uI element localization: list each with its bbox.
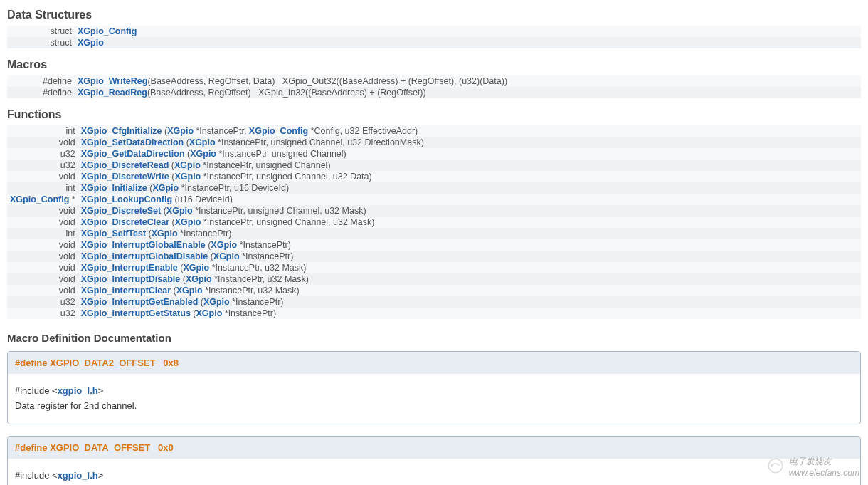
fn-args-tail: *InstancePtr) [222,308,276,318]
fn-return: void [7,273,78,285]
type-link[interactable]: XGpio [211,240,237,250]
fn-signature: XGpio_SetDataDirection (XGpio *InstanceP… [78,137,861,148]
type-link[interactable]: XGpio [174,172,201,182]
table-row: voidXGpio_DiscreteWrite (XGpio *Instance… [7,171,861,182]
macros-table: #define XGpio_WriteReg(BaseAddress, RegO… [7,75,861,98]
table-row: XGpio_Config *XGpio_LookupConfig (u16 De… [7,194,861,205]
include-link[interactable]: xgpio_l.h [58,470,98,481]
struct-link[interactable]: XGpio_Config [78,26,137,36]
table-row: u32XGpio_DiscreteRead (XGpio *InstancePt… [7,160,861,171]
fn-args-open: ( [169,160,174,170]
type-link[interactable]: XGpio [174,160,201,170]
table-row: voidXGpio_InterruptGlobalEnable (XGpio *… [7,239,861,251]
function-link[interactable]: XGpio_DiscreteSet [81,206,162,216]
type-link[interactable]: XGpio [196,308,223,318]
macro-link[interactable]: XGpio_ReadReg [78,88,147,98]
type-link[interactable]: XGpio [176,286,203,296]
data-structures-table: struct XGpio_Config struct XGpio [7,26,861,48]
type-link[interactable]: XGpio_Config [249,126,308,136]
fn-args-open: ( [171,286,176,296]
function-link[interactable]: XGpio_InterruptGlobalEnable [81,240,206,250]
fn-args: (u16 DeviceId) [172,194,233,204]
fn-return: void [7,171,78,182]
fn-signature: XGpio_DiscreteWrite (XGpio *InstancePtr,… [78,171,861,182]
type-link[interactable]: XGpio [175,217,201,227]
type-link[interactable]: XGpio [203,297,230,307]
fn-return: void [7,285,78,296]
fn-return: u32 [7,160,78,171]
function-link[interactable]: XGpio_InterruptGetStatus [81,308,191,318]
watermark-url: www.elecfans.com [789,468,859,478]
ds-kind: struct [7,26,75,37]
ds-cell: XGpio_Config [75,26,861,37]
table-row: voidXGpio_DiscreteSet (XGpio *InstancePt… [7,205,861,217]
fn-return: u32 [7,148,78,160]
include-suffix: > [98,470,104,481]
type-link[interactable]: XGpio [166,206,193,216]
function-link[interactable]: XGpio_SelfTest [81,229,146,239]
table-row: u32XGpio_InterruptGetStatus (XGpio *Inst… [7,308,861,319]
table-row: #define XGpio_WriteReg(BaseAddress, RegO… [7,75,861,87]
macro-link[interactable]: XGpio_WriteReg [78,76,147,86]
type-link[interactable]: XGpio_Config [10,194,69,204]
function-link[interactable]: XGpio_GetDataDirection [81,149,185,159]
function-link[interactable]: XGpio_InterruptClear [81,286,171,296]
type-link[interactable]: XGpio [213,251,240,261]
macro-value: XGpio_Out32((BaseAddress) + (RegOffset),… [282,76,507,86]
table-row: voidXGpio_InterruptEnable (XGpio *Instan… [7,262,861,273]
fn-args-tail: *InstancePtr, unsigned Channel) [201,160,331,170]
fn-return: void [7,205,78,217]
function-link[interactable]: XGpio_CfgInitialize [81,126,162,136]
fn-args-mid: *InstancePtr, [194,126,249,136]
table-row: struct XGpio_Config [7,26,861,37]
section-heading-macro-doc: Macro Definition Documentation [7,332,861,344]
include-link[interactable]: xgpio_l.h [58,385,98,396]
function-link[interactable]: XGpio_InterruptDisable [81,274,181,284]
table-row: #define XGpio_ReadReg(BaseAddress, RegOf… [7,87,861,98]
function-link[interactable]: XGpio_DiscreteClear [81,217,169,227]
type-link[interactable]: XGpio [183,263,209,273]
functions-table: intXGpio_CfgInitialize (XGpio *InstanceP… [7,125,861,319]
function-link[interactable]: XGpio_DiscreteWrite [81,172,169,182]
ds-cell: XGpio [75,37,861,48]
fn-args-tail: *InstancePtr, u32 Mask) [203,286,300,296]
macro-doc-name: XGPIO_DATA2_OFFSET [50,358,155,368]
macro-kind: #define [7,87,75,98]
macro-doc-body: #include <xgpio_l.h> Data register for 2… [8,374,860,424]
include-suffix: > [98,385,104,396]
fn-args-open: ( [169,217,175,227]
fn-args-tail: *InstancePtr) [230,297,284,307]
table-row: struct XGpio [7,37,861,48]
watermark-brand: 电子发烧友 [789,457,832,466]
function-link[interactable]: XGpio_DiscreteRead [81,160,169,170]
svg-point-1 [771,465,773,467]
type-link[interactable]: XGpio [189,137,216,147]
function-link[interactable]: XGpio_Initialize [81,183,147,193]
fn-args-open: ( [161,206,166,216]
fn-args-tail: *InstancePtr, u16 DeviceId) [179,183,289,193]
function-link[interactable]: XGpio_InterruptEnable [81,263,178,273]
fn-args-tail: *InstancePtr, unsigned Channel, u32 Dire… [216,137,424,147]
type-link[interactable]: XGpio [186,274,212,284]
function-link[interactable]: XGpio_InterruptGlobalDisable [81,251,208,261]
macro-doc-include: #include <xgpio_l.h> [15,470,853,481]
type-link[interactable]: XGpio [152,183,179,193]
table-row: intXGpio_SelfTest (XGpio *InstancePtr) [7,228,861,239]
macro-args: (BaseAddress, RegOffset, Data) [147,76,275,86]
fn-args-tail: *InstancePtr) [237,240,291,250]
function-link[interactable]: XGpio_InterruptGetEnabled [81,297,199,307]
fn-return: void [7,137,78,148]
type-link[interactable]: XGpio [190,149,216,159]
function-link[interactable]: XGpio_LookupConfig [81,194,172,204]
function-link[interactable]: XGpio_SetDataDirection [81,137,184,147]
type-link[interactable]: XGpio [167,126,194,136]
fn-return: int [7,125,78,137]
fn-signature: XGpio_LookupConfig (u16 DeviceId) [78,194,861,205]
fn-args-tail: *InstancePtr, unsigned Channel) [216,149,346,159]
fn-signature: XGpio_InterruptGlobalDisable (XGpio *Ins… [78,251,861,262]
fn-signature: XGpio_CfgInitialize (XGpio *InstancePtr,… [78,125,861,137]
ds-kind: struct [7,37,75,48]
fn-args-open: ( [146,229,152,239]
type-link[interactable]: XGpio [152,229,178,239]
struct-link[interactable]: XGpio [78,38,104,48]
